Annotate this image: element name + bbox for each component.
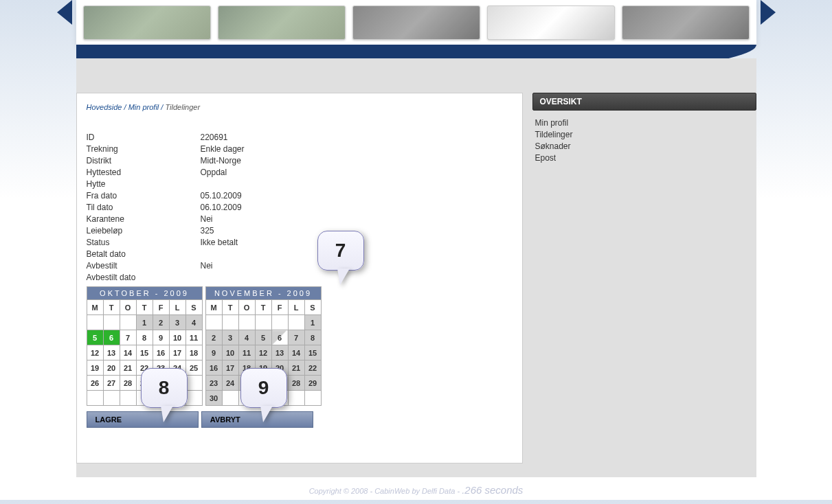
calendar-blank (185, 391, 202, 406)
calendar-day[interactable]: 17 (222, 360, 238, 376)
calendar-day[interactable]: 8 (304, 330, 321, 345)
calendar-day[interactable]: 1 (136, 315, 153, 330)
calendar-day[interactable]: 9 (153, 330, 169, 345)
calendar-day[interactable]: 11 (185, 330, 202, 345)
label-id: ID (87, 132, 201, 144)
value-karantene: Nei (201, 214, 213, 225)
carousel-right-icon[interactable] (761, 0, 776, 25)
value-trekning: Enkle dager (201, 144, 245, 155)
calendar-day[interactable]: 15 (304, 345, 321, 360)
calendar-day[interactable]: 10 (169, 330, 185, 345)
calendar-day[interactable]: 10 (222, 345, 238, 360)
calendar-blank (288, 391, 304, 406)
calendar-day[interactable]: 2 (205, 330, 222, 345)
calendar-day[interactable]: 6 (271, 330, 288, 345)
breadcrumb: Hovedside / Min profil / Tildelinger (87, 103, 513, 111)
calendar-day[interactable]: 29 (304, 376, 321, 391)
calendar-day[interactable]: 4 (238, 330, 255, 345)
carousel-left-icon[interactable] (57, 0, 72, 25)
calendar-blank (222, 391, 238, 406)
photo-thumb[interactable] (218, 5, 346, 40)
calendar-blank (222, 315, 238, 330)
sidebar-link[interactable]: Tildelinger (535, 129, 754, 141)
photo-thumb[interactable] (487, 5, 615, 40)
sidebar-link[interactable]: Epost (535, 152, 754, 164)
label-avbestilt: Avbestilt (87, 260, 201, 272)
month-header: NOVEMBER - 2009 (205, 287, 321, 300)
breadcrumb-profile[interactable]: Min profil (128, 103, 159, 111)
calendar-day[interactable]: 26 (87, 376, 103, 391)
sidebar-header: OVERSIKT (532, 93, 756, 111)
calendar-day[interactable]: 30 (205, 391, 222, 406)
calendar-day[interactable]: 21 (288, 360, 304, 376)
calendar-day[interactable]: 22 (304, 360, 321, 376)
calendar-blank (87, 391, 103, 406)
calendar-day[interactable]: 9 (205, 345, 222, 360)
calendar-day[interactable]: 8 (136, 330, 153, 345)
calendar-day[interactable]: 16 (153, 345, 169, 360)
value-leiebelop: 325 (201, 225, 214, 237)
breadcrumb-home[interactable]: Hovedside (87, 103, 122, 111)
calendar-day[interactable]: 28 (288, 376, 304, 391)
calendar-day[interactable]: 19 (87, 360, 103, 376)
label-tildato: Til dato (87, 202, 201, 214)
photo-thumb[interactable] (352, 5, 480, 40)
calendar-day[interactable]: 7 (288, 330, 304, 345)
label-status: Status (87, 237, 201, 249)
calendar-day[interactable]: 18 (185, 345, 202, 360)
calendar-day[interactable]: 21 (120, 360, 136, 376)
footer-copyright: Copyright © 2008 - CabinWeb by Delfi Dat… (309, 487, 462, 495)
photo-thumb[interactable] (83, 5, 211, 40)
label-hytte: Hytte (87, 179, 201, 190)
calendar-day[interactable]: 13 (103, 345, 120, 360)
calendar-day[interactable]: 7 (120, 330, 136, 345)
footer-seconds: .266 seconds (462, 484, 523, 496)
sidebar-link[interactable]: Søknader (535, 141, 754, 152)
calendar-day[interactable]: 5 (87, 330, 103, 345)
cancel-button[interactable]: AVBRYT (201, 411, 313, 428)
value-status: Ikke betalt (201, 237, 238, 249)
calendar-day[interactable]: 28 (120, 376, 136, 391)
calendar-day[interactable]: 17 (169, 345, 185, 360)
label-avbestiltdato: Avbestilt dato (87, 272, 201, 284)
calendar-day[interactable]: 13 (271, 345, 288, 360)
calendar-day[interactable]: 3 (169, 315, 185, 330)
label-fradato: Fra dato (87, 190, 201, 202)
dow-header: S (304, 300, 321, 315)
dow-header: S (185, 300, 202, 315)
calendar-day[interactable]: 6 (103, 330, 120, 345)
calendar-day[interactable]: 2 (153, 315, 169, 330)
photo-thumb[interactable] (622, 5, 750, 40)
calendar-day[interactable]: 14 (120, 345, 136, 360)
dow-header: M (205, 300, 222, 315)
calendar-day[interactable]: 14 (288, 345, 304, 360)
calendar-blank (103, 315, 120, 330)
dow-header: T (222, 300, 238, 315)
calendar-day[interactable]: 12 (255, 345, 271, 360)
calendar-day[interactable]: 15 (136, 345, 153, 360)
sidebar-link[interactable]: Min profil (535, 117, 754, 129)
calendar-day[interactable]: 4 (185, 315, 202, 330)
dow-header: L (169, 300, 185, 315)
dow-header: T (136, 300, 153, 315)
label-distrikt: Distrikt (87, 155, 201, 167)
breadcrumb-current: Tildelinger (165, 103, 200, 111)
calendar-day[interactable]: 25 (185, 360, 202, 376)
dow-header: F (271, 300, 288, 315)
calendar-day[interactable]: 1 (304, 315, 321, 330)
calendar-day[interactable]: 11 (238, 345, 255, 360)
save-button[interactable]: LAGRE (87, 411, 199, 428)
value-id: 220691 (201, 132, 228, 144)
calendar-day[interactable]: 20 (103, 360, 120, 376)
photo-strip (76, 0, 756, 45)
calendar-day[interactable]: 5 (255, 330, 271, 345)
calendar-blank (120, 315, 136, 330)
calendar-day[interactable]: 27 (103, 376, 120, 391)
label-karantene: Karantene (87, 214, 201, 225)
calendar-day[interactable]: 16 (205, 360, 222, 376)
calendar-day[interactable]: 24 (222, 376, 238, 391)
calendar-day[interactable]: 3 (222, 330, 238, 345)
calendar-day[interactable]: 12 (87, 345, 103, 360)
calendar-day[interactable]: 23 (205, 376, 222, 391)
callout-8: 8 (141, 368, 188, 408)
